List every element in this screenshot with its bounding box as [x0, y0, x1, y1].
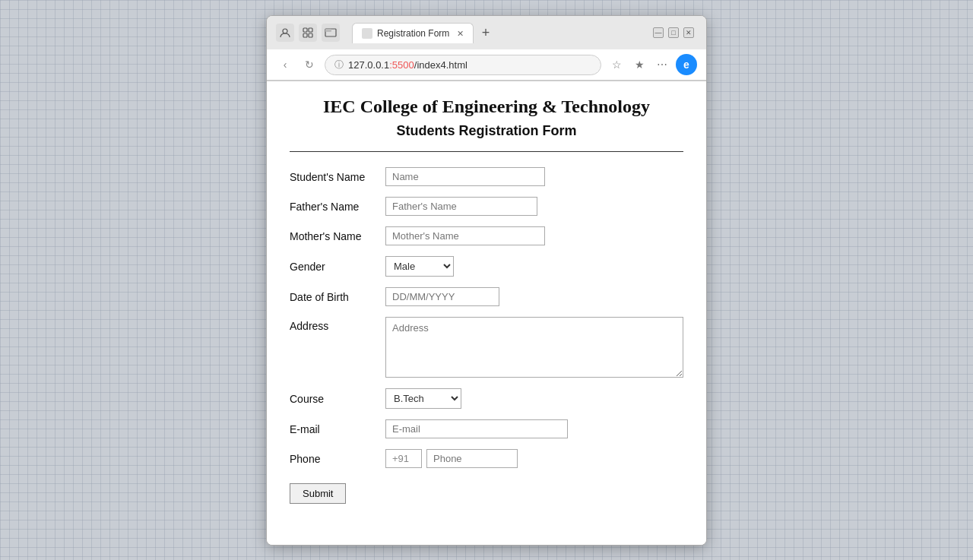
phone-group: Phone +91	[290, 449, 683, 468]
phone-label: Phone	[290, 453, 381, 465]
page-content: IEC College of Engineering & Technology …	[267, 81, 706, 545]
phone-country-code-input[interactable]: +91	[385, 449, 422, 468]
mother-name-label: Mother's Name	[290, 230, 381, 242]
form-title: Students Registration Form	[290, 123, 683, 139]
bookmark-icon[interactable]: ★	[630, 55, 648, 74]
dob-input[interactable]	[385, 287, 499, 306]
email-group: E-mail	[290, 419, 683, 438]
father-name-group: Father's Name	[290, 197, 683, 216]
profile-icon[interactable]	[276, 24, 294, 42]
dob-label: Date of Birth	[290, 291, 381, 303]
gender-label: Gender	[290, 261, 381, 273]
close-button[interactable]: ✕	[683, 27, 694, 38]
url-text: 127.0.0.1:5500/index4.html	[348, 59, 467, 71]
submit-button[interactable]: Submit	[290, 483, 346, 504]
course-group: Course B.Tech M.Tech MBA MCA BCA	[290, 388, 683, 409]
student-name-input[interactable]	[385, 167, 545, 186]
registration-form: Student's Name Father's Name Mother's Na…	[290, 167, 683, 504]
email-input[interactable]	[385, 419, 568, 438]
svg-point-0	[283, 29, 287, 33]
more-options-button[interactable]: ⋯	[653, 55, 671, 74]
svg-rect-3	[303, 33, 307, 37]
course-label: Course	[290, 393, 381, 405]
extension-icon[interactable]: e	[676, 54, 697, 75]
tab-icon[interactable]	[322, 24, 340, 42]
tab-close-button[interactable]: ✕	[457, 29, 464, 39]
address-label: Address	[290, 317, 381, 332]
email-label: E-mail	[290, 423, 381, 435]
svg-rect-6	[325, 29, 331, 32]
new-tab-button[interactable]: +	[475, 22, 496, 43]
phone-number-input[interactable]	[426, 449, 518, 468]
collections-icon[interactable]	[299, 24, 317, 42]
mother-name-group: Mother's Name	[290, 226, 683, 245]
dob-group: Date of Birth	[290, 287, 683, 306]
gender-select[interactable]: Male Female Other	[385, 256, 454, 277]
refresh-button[interactable]: ↻	[300, 55, 319, 74]
father-name-input[interactable]	[385, 197, 537, 216]
minimize-button[interactable]: —	[653, 27, 664, 38]
svg-rect-1	[303, 28, 307, 32]
divider	[290, 151, 683, 152]
course-select[interactable]: B.Tech M.Tech MBA MCA BCA	[385, 388, 461, 409]
url-bar[interactable]: ⓘ 127.0.0.1:5500/index4.html	[325, 55, 601, 75]
active-tab[interactable]: Registration Form ✕	[352, 23, 474, 43]
father-name-label: Father's Name	[290, 201, 381, 213]
college-title: IEC College of Engineering & Technology	[290, 96, 683, 117]
lock-icon: ⓘ	[334, 59, 344, 71]
back-button[interactable]: ‹	[276, 55, 294, 74]
svg-rect-2	[309, 28, 312, 32]
student-name-label: Student's Name	[290, 171, 381, 183]
gender-group: Gender Male Female Other	[290, 256, 683, 277]
address-textarea[interactable]	[385, 317, 683, 378]
address-group: Address	[290, 317, 683, 378]
tab-favicon	[362, 28, 372, 39]
maximize-button[interactable]: □	[668, 27, 679, 38]
student-name-group: Student's Name	[290, 167, 683, 186]
submit-group: Submit	[290, 479, 683, 504]
mother-name-input[interactable]	[385, 226, 545, 245]
tab-title: Registration Form	[377, 28, 449, 39]
svg-rect-4	[309, 33, 312, 37]
favorites-icon[interactable]: ☆	[607, 55, 626, 74]
